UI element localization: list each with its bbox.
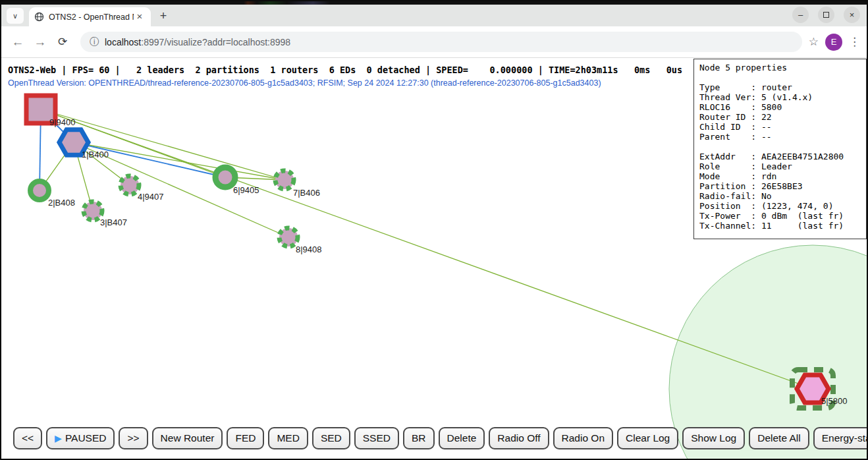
toolbar-button-sed[interactable]: SED	[312, 427, 350, 449]
tab-otns2[interactable]: OTNS2 - OpenThread Ne ×	[29, 7, 151, 26]
node-label-9: 9|9400	[49, 117, 76, 127]
node-label-2: 2|B408	[48, 198, 75, 208]
url-host: localhost	[105, 37, 141, 47]
toolbar-button-ssed[interactable]: SSED	[354, 427, 399, 449]
browser-window: ∨ OTNS2 - OpenThread Ne × + – × ← → ⟳ ⓘ …	[0, 0, 868, 460]
toolbar-button-show-log[interactable]: Show Log	[682, 427, 745, 449]
node-label-1: 1|B400	[82, 150, 109, 159]
node-label-3: 3|B407	[100, 217, 127, 227]
site-info-icon[interactable]: ⓘ	[90, 36, 99, 48]
address-bar[interactable]: ⓘ localhost:8997/visualize?addr=localhos…	[80, 32, 802, 52]
toolbar-button-paused[interactable]: ▶PAUSED	[46, 427, 115, 449]
toolbar-button-med[interactable]: MED	[268, 427, 308, 449]
toolbar-button-radio-off[interactable]: Radio Off	[489, 427, 549, 449]
toolbar-button-fed[interactable]: FED	[227, 427, 264, 449]
toolbar-button-delete-all[interactable]: Delete All	[749, 427, 809, 449]
new-tab-button[interactable]: +	[155, 7, 172, 24]
toolbar-button-new-router[interactable]: New Router	[152, 427, 223, 449]
node-properties-panel: Node 5 properties Type : router Thread V…	[693, 59, 867, 239]
browser-menu-icon[interactable]: ⋮	[849, 35, 860, 49]
link-node1-node7	[74, 142, 285, 180]
node-label-8: 8|9408	[296, 244, 322, 254]
node-8[interactable]	[279, 228, 298, 246]
toolbar-button-[interactable]: <<	[13, 427, 42, 449]
forward-button[interactable]: →	[30, 32, 50, 52]
node-label-6: 6|9405	[233, 185, 259, 195]
node-label-5: 5|5800	[821, 396, 848, 406]
node-2[interactable]	[30, 181, 49, 200]
tab-title: OTNS2 - OpenThread Ne	[49, 13, 134, 22]
toolbar-button-br[interactable]: BR	[403, 427, 435, 449]
node-label-7: 7|B406	[293, 188, 320, 198]
tab-search-button[interactable]: ∨	[7, 8, 24, 24]
maximize-icon	[823, 12, 829, 18]
chevron-down-icon: ∨	[13, 12, 18, 20]
navigation-bar: ← → ⟳ ⓘ localhost:8997/visualize?addr=lo…	[1, 26, 867, 58]
play-icon: ▶	[55, 433, 62, 444]
toolbar-button-[interactable]: >>	[119, 427, 148, 449]
close-button[interactable]: ×	[844, 7, 860, 23]
window-controls: – ×	[792, 7, 860, 23]
tab-close-icon[interactable]: ×	[134, 11, 146, 23]
back-button[interactable]: ←	[8, 32, 28, 52]
maximize-button[interactable]	[818, 7, 834, 23]
url-path: :8997/visualize?addr=localhost:8998	[141, 37, 290, 47]
otns-canvas-area: 9|94001|B4002|B4083|B4074|94076|94057|B4…	[1, 58, 867, 459]
toolbar-button-radio-on[interactable]: Radio On	[553, 427, 613, 449]
url-text: localhost:8997/visualize?addr=localhost:…	[105, 37, 290, 47]
node-7[interactable]	[275, 171, 294, 189]
node-3[interactable]	[84, 202, 102, 220]
profile-avatar[interactable]: E	[825, 34, 842, 51]
refresh-button[interactable]: ⟳	[53, 32, 72, 52]
toolbar-button-clear-log[interactable]: Clear Log	[617, 427, 678, 449]
simulation-toolbar: <<▶PAUSED>>New RouterFEDMEDSEDSSEDBRDele…	[13, 427, 867, 449]
node-6[interactable]	[215, 167, 235, 187]
openthread-version-text: OpenThread Version: OPENTHREAD/thread-re…	[8, 78, 601, 88]
simulation-status-bar: OTNS2-Web | FPS= 60 | 2 leaders 2 partit…	[8, 65, 682, 75]
minimize-button[interactable]: –	[792, 7, 809, 23]
tab-bar: ∨ OTNS2 - OpenThread Ne × + – ×	[1, 5, 867, 26]
globe-icon	[34, 12, 44, 22]
node-4[interactable]	[121, 176, 139, 194]
node-label-4: 4|9407	[138, 192, 164, 202]
node-properties-lines: Type : router Thread Ver: 5 (v1.4.x) RLO…	[699, 82, 866, 231]
bookmark-star-icon[interactable]: ☆	[809, 35, 819, 49]
toolbar-button-energy-stats[interactable]: Energy-stats ↗	[813, 427, 867, 449]
toolbar-button-delete[interactable]: Delete	[439, 427, 485, 449]
node-properties-title: Node 5 properties	[699, 63, 866, 72]
